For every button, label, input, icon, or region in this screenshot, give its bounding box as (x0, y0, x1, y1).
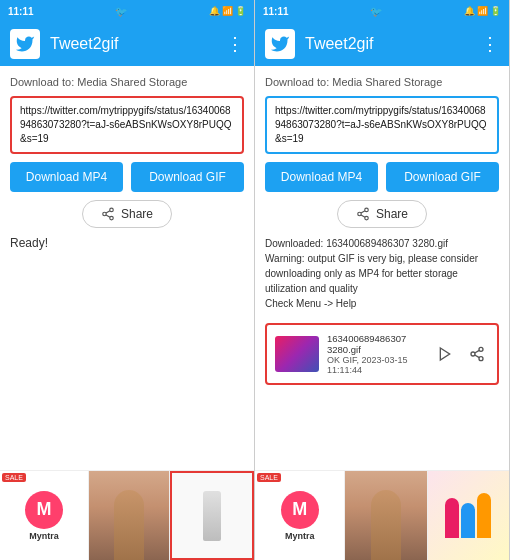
bottom-thumbnails-left: SALE M Myntra (0, 470, 254, 560)
myntra-text-left: Myntra (29, 531, 59, 541)
status-bar-right: 11:11 🐦 🔔 📶 🔋 (255, 0, 509, 22)
thumb-product-left[interactable] (170, 471, 254, 560)
app-logo-left (10, 29, 40, 59)
person-image-left (89, 471, 169, 560)
figure-3-right (477, 493, 491, 538)
sale-badge-left: SALE (2, 473, 26, 482)
svg-point-2 (110, 216, 114, 220)
share-row-left: Share (10, 200, 244, 228)
share-btn-left[interactable]: Share (82, 200, 172, 228)
share-file-icon-right[interactable] (465, 342, 489, 366)
person-silhouette-left (114, 490, 144, 560)
tweet2gif-logo-right (270, 34, 290, 54)
url-box-left[interactable]: https://twitter.com/mytrippygifs/status/… (10, 96, 244, 154)
people-product-image-right (428, 471, 509, 560)
status-bar-left: 11:11 🐦 🔔 📶 🔋 (0, 0, 254, 22)
figure-1-right (445, 498, 459, 538)
menu-icon-right[interactable]: ⋮ (481, 33, 499, 55)
twitter-icon-right: 🐦 (370, 6, 382, 17)
app-title-left: Tweet2gif (50, 35, 226, 53)
file-thumbnail-right (275, 336, 319, 372)
file-status-right: OK GIF, 2023-03-15 11:11:44 (327, 355, 425, 375)
file-card-right: 163400689486307 3280.gif OK GIF, 2023-03… (265, 323, 499, 385)
svg-point-6 (358, 212, 362, 216)
download-to-left: Download to: Media Shared Storage (10, 76, 244, 88)
download-mp4-btn-right[interactable]: Download MP4 (265, 162, 378, 192)
myntra-logo-right: M (281, 491, 319, 529)
svg-line-15 (475, 350, 480, 353)
twitter-icon-left: 🐦 (115, 6, 127, 17)
share-label-left: Share (121, 207, 153, 221)
app-logo-right (265, 29, 295, 59)
status-message-right: Downloaded: 163400689486307 3280.gif War… (265, 236, 499, 311)
figure-2-right (461, 503, 475, 538)
play-icon-right[interactable] (433, 342, 457, 366)
share-row-right: Share (265, 200, 499, 228)
tweet2gif-logo-left (15, 34, 35, 54)
people-figures-right (445, 493, 491, 538)
download-mp4-btn-left[interactable]: Download MP4 (10, 162, 123, 192)
svg-point-7 (365, 216, 369, 220)
myntra-logo-left: M (25, 491, 63, 529)
thumb-myntra-right[interactable]: SALE M Myntra (255, 471, 344, 560)
menu-icon-left[interactable]: ⋮ (226, 33, 244, 55)
left-panel: 11:11 🐦 🔔 📶 🔋 Tweet2gif ⋮ Download to: M… (0, 0, 255, 560)
thumb-person-right[interactable] (345, 471, 426, 560)
product-bottle-left (203, 491, 221, 541)
file-info-right: 163400689486307 3280.gif OK GIF, 2023-03… (327, 333, 425, 375)
download-gif-btn-left[interactable]: Download GIF (131, 162, 244, 192)
svg-point-13 (479, 357, 483, 361)
download-gif-btn-right[interactable]: Download GIF (386, 162, 499, 192)
file-name-right: 163400689486307 3280.gif (327, 333, 425, 355)
svg-point-11 (479, 347, 483, 351)
svg-point-5 (365, 208, 369, 212)
time-right: 11:11 (263, 6, 289, 17)
share-btn-right[interactable]: Share (337, 200, 427, 228)
status-icons-left: 🔔 📶 🔋 (209, 6, 246, 16)
sale-badge-right: SALE (257, 473, 281, 482)
thumb-person-left[interactable] (89, 471, 169, 560)
time-left: 11:11 (8, 6, 34, 17)
svg-point-12 (471, 352, 475, 356)
svg-line-9 (361, 211, 365, 213)
svg-point-0 (110, 208, 114, 212)
app-bar-right: Tweet2gif ⋮ (255, 22, 509, 66)
url-box-right[interactable]: https://twitter.com/mytrippygifs/status/… (265, 96, 499, 154)
ready-text-left: Ready! (10, 236, 244, 250)
person-image-right (345, 471, 426, 560)
svg-point-1 (103, 212, 107, 216)
content-left: Download to: Media Shared Storage https:… (0, 66, 254, 470)
thumb-people-product-right[interactable] (428, 471, 509, 560)
content-right: Download to: Media Shared Storage https:… (255, 66, 509, 470)
myntra-text-right: Myntra (285, 531, 315, 541)
app-title-right: Tweet2gif (305, 35, 481, 53)
product-image-left (172, 473, 252, 558)
svg-line-8 (361, 215, 365, 217)
btn-row-left: Download MP4 Download GIF (10, 162, 244, 192)
bottom-thumbnails-right: SALE M Myntra (255, 470, 509, 560)
share-label-right: Share (376, 207, 408, 221)
status-icons-right: 🔔 📶 🔋 (464, 6, 501, 16)
thumb-myntra-left[interactable]: SALE M Myntra (0, 471, 88, 560)
svg-marker-10 (440, 348, 449, 360)
share-icon-right (356, 207, 370, 221)
file-actions-right (433, 342, 489, 366)
right-panel: 11:11 🐦 🔔 📶 🔋 Tweet2gif ⋮ Download to: M… (255, 0, 510, 560)
download-to-right: Download to: Media Shared Storage (265, 76, 499, 88)
person-silhouette-right (371, 490, 401, 560)
svg-line-14 (475, 355, 480, 358)
btn-row-right: Download MP4 Download GIF (265, 162, 499, 192)
share-icon-left (101, 207, 115, 221)
svg-line-4 (106, 211, 110, 213)
svg-line-3 (106, 215, 110, 217)
app-bar-left: Tweet2gif ⋮ (0, 22, 254, 66)
